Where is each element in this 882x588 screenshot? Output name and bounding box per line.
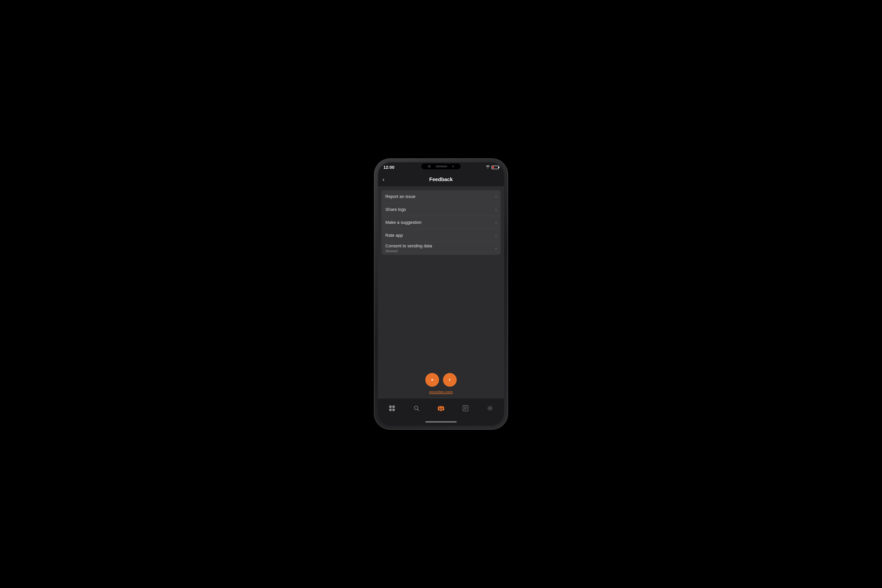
svg-line-9 xyxy=(417,409,419,411)
svg-point-8 xyxy=(414,406,418,410)
page-title: Feedback xyxy=(429,176,453,183)
content-area: Report an issue › Share logs › xyxy=(378,187,504,398)
consent-sending-label: Consent to sending data xyxy=(386,243,494,249)
svg-point-19 xyxy=(489,408,491,409)
battery-icon xyxy=(492,166,499,169)
consent-sending-sublabel: Allowed xyxy=(386,249,494,253)
home-indicator xyxy=(378,418,504,426)
home-bar xyxy=(425,421,457,423)
social-icons-container: f xyxy=(425,373,457,387)
svg-point-13 xyxy=(442,408,443,409)
status-bar: 12:00 xyxy=(378,162,504,172)
status-icons xyxy=(486,165,499,170)
tab-search[interactable] xyxy=(409,405,424,411)
menu-item-make-suggestion[interactable]: Make a suggestion › xyxy=(381,216,501,229)
report-issue-chevron: › xyxy=(495,194,496,199)
menu-item-share-logs[interactable]: Share logs › xyxy=(381,203,501,216)
phone-screen: 12:00 ‹ Feedback xyxy=(378,162,504,426)
svg-rect-14 xyxy=(439,409,443,410)
notch-camera xyxy=(428,165,430,168)
social-area: f eocortex.com xyxy=(378,255,504,398)
status-time: 12:00 xyxy=(383,165,394,170)
phone-device: 12:00 ‹ Feedback xyxy=(374,159,508,429)
menu-item-rate-app[interactable]: Rate app › xyxy=(381,229,501,242)
share-logs-chevron: › xyxy=(495,207,496,212)
tab-bar xyxy=(378,398,504,418)
menu-item-consent-sending[interactable]: Consent to sending data Allowed › xyxy=(381,242,501,255)
svg-rect-5 xyxy=(392,405,395,408)
report-issue-label: Report an issue xyxy=(386,194,494,199)
consent-sending-chevron: › xyxy=(495,246,496,250)
tab-list[interactable] xyxy=(458,405,473,411)
rate-app-chevron: › xyxy=(495,233,496,237)
notch xyxy=(422,164,460,170)
svg-point-12 xyxy=(439,408,440,409)
menu-item-report-issue[interactable]: Report an issue › xyxy=(381,190,501,203)
battery-fill xyxy=(492,166,494,168)
rate-app-label: Rate app xyxy=(386,233,494,238)
notch-sensor xyxy=(435,165,447,167)
menu-section: Report an issue › Share logs › xyxy=(381,190,501,255)
navigation-header: ‹ Feedback xyxy=(378,172,504,187)
svg-rect-6 xyxy=(389,409,392,411)
svg-rect-10 xyxy=(438,406,444,410)
svg-text:f: f xyxy=(449,378,450,382)
website-link[interactable]: eocortex.com xyxy=(429,390,453,394)
tab-settings[interactable] xyxy=(482,405,498,411)
notch-dot xyxy=(452,165,454,167)
back-button[interactable]: ‹ xyxy=(382,176,384,183)
tab-tv[interactable] xyxy=(433,405,449,411)
youtube-button[interactable] xyxy=(425,373,439,387)
svg-rect-7 xyxy=(392,409,395,411)
svg-rect-11 xyxy=(440,410,442,411)
share-logs-label: Share logs xyxy=(386,207,494,212)
wifi-icon xyxy=(486,165,490,170)
menu-list: Report an issue › Share logs › xyxy=(378,187,504,255)
facebook-button[interactable]: f xyxy=(443,373,457,387)
make-suggestion-chevron: › xyxy=(495,220,496,225)
tab-grid[interactable] xyxy=(384,405,400,411)
svg-rect-4 xyxy=(389,405,392,408)
make-suggestion-label: Make a suggestion xyxy=(386,220,494,225)
